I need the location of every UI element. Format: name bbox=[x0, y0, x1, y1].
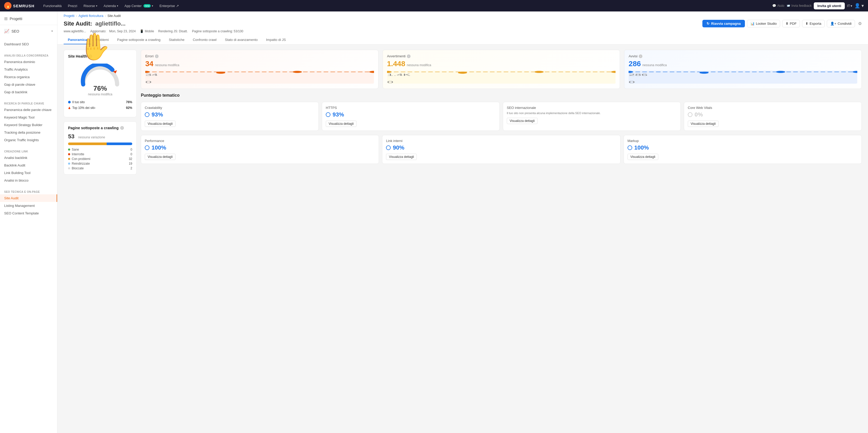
errori-value: 34 bbox=[145, 60, 153, 68]
nav-right-actions: 💬Aiuto 📨Invia feedback Invita gli utenti… bbox=[772, 2, 864, 9]
seo-int-details-button[interactable]: Visualizza dettagli bbox=[507, 118, 537, 124]
sidebar-item-keyword-magic-tool[interactable]: Keyword Magic Tool bbox=[0, 113, 57, 121]
avvisi-info-icon[interactable]: i bbox=[639, 55, 642, 58]
nav-funzionalita[interactable]: Funzionalità bbox=[41, 2, 64, 9]
score-grid-row2: Performance 100% Visualizza dettagli Lin… bbox=[141, 135, 862, 164]
sidebar-category-concorrenza: ANALISI DELLA CONCORRENZA bbox=[0, 52, 57, 58]
tab-statistiche[interactable]: Statistiche bbox=[164, 36, 189, 44]
nav-prezzi[interactable]: Prezzi bbox=[65, 2, 80, 9]
cwv-details-button[interactable]: Visualizza dettagli bbox=[688, 121, 718, 127]
avvertimenti-label: Avvertimenti i bbox=[387, 54, 616, 58]
sane-dot bbox=[68, 148, 70, 151]
score-card-seo-internazionale: SEO internazionale Il tuo sito non prese… bbox=[503, 102, 681, 131]
stat-card-errori: Errori i 34 nessuna modifica bbox=[141, 50, 378, 89]
tab-pagine-crawling[interactable]: Pagine sottoposte a crawling bbox=[113, 36, 164, 44]
performance-circle bbox=[145, 145, 150, 150]
sidebar-item-gap-parole-chiave[interactable]: Gap di parole chiave bbox=[0, 81, 57, 88]
sidebar-item-dashboard-seo[interactable]: Dashboard SEO bbox=[0, 40, 57, 48]
breadcrumb-aglietti[interactable]: Aglietti floricultura bbox=[79, 14, 103, 18]
cwv-value: 0% bbox=[688, 111, 858, 118]
pdf-icon: ⬆ bbox=[785, 22, 788, 26]
https-name: HTTPS bbox=[326, 106, 496, 110]
feedback-link[interactable]: 📨Invia feedback bbox=[786, 4, 811, 7]
sidebar-item-panoramica-dominio[interactable]: Panoramica dominio bbox=[0, 58, 57, 66]
looker-studio-button[interactable]: 📊 Looker Studio bbox=[747, 20, 780, 27]
thematic-title: Punteggio tematico bbox=[141, 93, 862, 98]
logo[interactable]: 🔥 SEMRUSH bbox=[4, 2, 34, 9]
link-interni-details-button[interactable]: Visualizza dettagli bbox=[386, 154, 417, 160]
sidebar-item-analisi-backlink[interactable]: Analisi backlink bbox=[0, 154, 57, 162]
tab-confronto-crawl[interactable]: Confronto crawl bbox=[189, 36, 221, 44]
your-site-dot bbox=[68, 101, 71, 103]
https-details-button[interactable]: Visualizza dettagli bbox=[326, 121, 356, 127]
errori-info-icon[interactable]: i bbox=[155, 55, 159, 58]
top10-value: 92% bbox=[126, 106, 132, 110]
sidebar-item-tracking-posizione[interactable]: Tracking della posizione bbox=[0, 129, 57, 136]
export-button[interactable]: ⬆ Esporta bbox=[802, 20, 825, 27]
markup-value: 100% bbox=[627, 144, 858, 151]
crawl-legend-sane: Sane 0 bbox=[68, 148, 132, 152]
content-area: Site Health i bbox=[57, 44, 868, 433]
sidebar-item-panoramica-parole-chiave[interactable]: Panoramica delle parole chiave bbox=[0, 106, 57, 113]
sidebar-item-traffic-analytics[interactable]: Traffic Analytics bbox=[0, 66, 57, 73]
bloccate-dot bbox=[68, 167, 70, 169]
share-button[interactable]: 👤+ Condividi bbox=[827, 20, 855, 27]
score-card-performance: Performance 100% Visualizza dettagli bbox=[141, 135, 379, 164]
nav-enterprise[interactable]: Enterprise ↗ bbox=[157, 2, 181, 9]
performance-details-button[interactable]: Visualizza dettagli bbox=[145, 154, 176, 160]
sidebar-item-organic-traffic[interactable]: Organic Traffic Insights bbox=[0, 136, 57, 144]
performance-name: Performance bbox=[145, 139, 375, 143]
help-link[interactable]: 💬Aiuto bbox=[772, 4, 784, 7]
sidebar-item-seo-content-template[interactable]: SEO Content Template bbox=[0, 209, 57, 217]
tab-panoramica[interactable]: Panoramica bbox=[64, 36, 91, 44]
sidebar-item-listing-management[interactable]: Listing Management bbox=[0, 202, 57, 209]
projects-icon: ⊞ bbox=[4, 16, 7, 21]
tab-stato-avanzamento[interactable]: Stato di avanzamento bbox=[221, 36, 262, 44]
crawlability-value: 93% bbox=[145, 111, 315, 118]
errori-sparkline: 34 0 bbox=[145, 71, 374, 84]
errori-sub: nessuna modifica bbox=[155, 63, 179, 67]
pdf-button[interactable]: ⬆ PDF bbox=[782, 20, 800, 27]
sidebar-seo[interactable]: 📈 SEO ▾ bbox=[0, 26, 57, 36]
restart-campaign-button[interactable]: ↻ Riavvia campagna bbox=[702, 20, 745, 27]
breadcrumb-progetti[interactable]: Progetti bbox=[64, 14, 74, 18]
crawlability-details-button[interactable]: Visualizza dettagli bbox=[145, 121, 176, 127]
legend-item-your-site: Il tuo sito 76% bbox=[68, 99, 132, 105]
sidebar-category-seo-tecnica: SEO TECNICA E ON-PAGE bbox=[0, 188, 57, 194]
nav-appcenter[interactable]: App Center new ▾ bbox=[122, 2, 156, 9]
link-interni-value: 90% bbox=[386, 144, 616, 151]
sidebar-item-keyword-strategy-builder[interactable]: Keyword Strategy Builder bbox=[0, 121, 57, 129]
top10-dot bbox=[68, 106, 71, 109]
user-menu[interactable]: 👤 ▾ bbox=[855, 3, 864, 9]
sidebar-projects[interactable]: ⊞ Progetti bbox=[0, 13, 57, 24]
nav-azienda[interactable]: Azienda ▾ bbox=[101, 2, 121, 9]
sidebar-item-analisi-blocco[interactable]: Analisi in blocco bbox=[0, 177, 57, 184]
cwv-name: Core Web Vitals bbox=[688, 106, 858, 110]
markup-details-button[interactable]: Visualizza dettagli bbox=[627, 154, 658, 160]
svg-text:34: 34 bbox=[145, 73, 158, 76]
invite-users-button[interactable]: Invita gli utenti bbox=[814, 2, 845, 9]
tab-impatto-js[interactable]: Impatto di JS bbox=[262, 36, 290, 44]
crawl-title: Pagine sottoposte a crawling i bbox=[68, 126, 132, 130]
svg-rect-17 bbox=[628, 71, 857, 84]
sidebar-item-backlink-audit[interactable]: Backlink Audit bbox=[0, 162, 57, 169]
avvertimenti-info-icon[interactable]: i bbox=[407, 55, 410, 58]
sidebar-item-link-building-tool[interactable]: Link Building Tool bbox=[0, 169, 57, 177]
avvertimenti-sub: nessuna modifica bbox=[407, 63, 431, 67]
settings-icon[interactable]: ⚙ bbox=[858, 21, 862, 26]
sidebar-item-site-audit[interactable]: Site Audit bbox=[0, 194, 57, 202]
nav-risorse[interactable]: Risorse ▾ bbox=[81, 2, 100, 9]
meta-rendering: Rendering JS: Disatt. bbox=[158, 29, 188, 33]
bar-segment-blue bbox=[107, 142, 132, 145]
share-icon: 👤+ bbox=[830, 22, 836, 26]
sidebar-item-ricerca-organica[interactable]: Ricerca organica bbox=[0, 73, 57, 81]
export-icon: ⬆ bbox=[805, 22, 808, 26]
top10-chevron[interactable]: ▾ bbox=[94, 106, 95, 109]
svg-text:0: 0 bbox=[387, 81, 393, 84]
score-card-markup: Markup 100% Visualizza dettagli bbox=[624, 135, 862, 164]
tab-problemi[interactable]: Problemi bbox=[91, 36, 113, 44]
language-selector[interactable]: IT ▾ bbox=[847, 4, 852, 8]
sidebar-item-gap-backlink[interactable]: Gap di backlink bbox=[0, 88, 57, 96]
site-health-info-icon[interactable]: i bbox=[88, 55, 92, 58]
crawl-info-icon[interactable]: i bbox=[120, 126, 124, 130]
